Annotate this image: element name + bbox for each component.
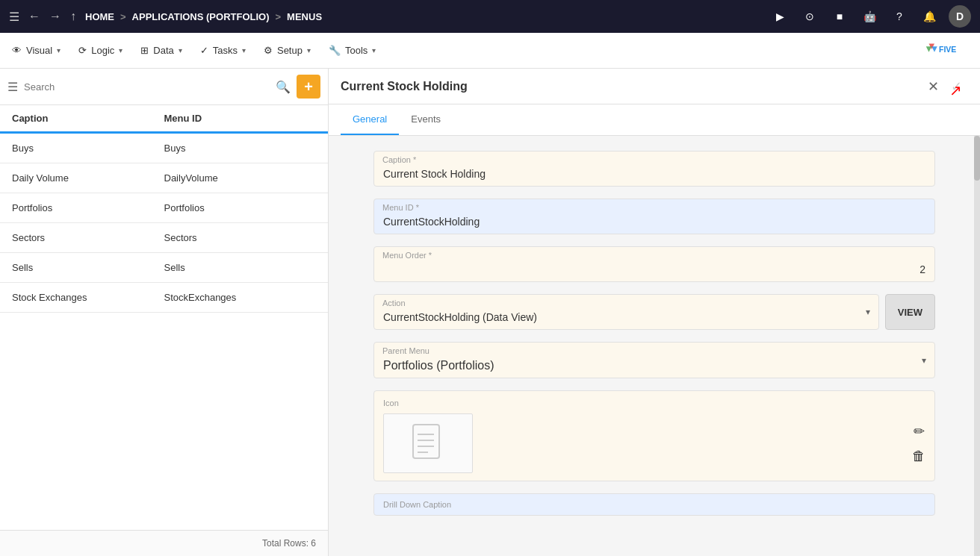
visual-label: Visual (26, 45, 52, 56)
setup-arrow: ▾ (307, 46, 311, 54)
caption-field: Caption * (373, 151, 935, 187)
data-label: Data (153, 45, 173, 56)
table-row[interactable]: Daily Volume DailyVolume (0, 163, 328, 193)
robot-icon[interactable]: 🤖 (859, 6, 880, 27)
menuorder-label: Menu Order * (382, 251, 432, 260)
row-caption: Daily Volume (12, 172, 164, 184)
topbar: ☰ ← → ↑ HOME > APPLICATIONS (PORTFOLIO) … (0, 0, 980, 33)
document-icon (406, 421, 450, 466)
stop-icon[interactable]: ■ (829, 6, 850, 27)
nav-setup[interactable]: ⚙ Setup ▾ (264, 42, 311, 59)
svg-text:FIVE: FIVE (939, 44, 956, 53)
table-header: Caption Menu ID (0, 105, 328, 134)
row-menuid: Sells (164, 262, 317, 273)
data-icon: ⊞ (140, 45, 149, 56)
row-menuid: Portfolios (164, 202, 317, 213)
sep1: > (120, 11, 126, 22)
up-icon[interactable]: ↑ (70, 10, 76, 23)
search-icon[interactable]: 🔍 (276, 80, 291, 94)
menuorder-input[interactable] (373, 246, 935, 282)
icon-field: Icon ✏ 🗑 (373, 390, 935, 481)
search-topbar-icon[interactable]: ⊙ (799, 6, 820, 27)
tools-icon: 🔧 (329, 45, 341, 56)
svg-rect-4 (413, 425, 439, 458)
avatar[interactable]: D (949, 5, 971, 28)
menu-icon[interactable]: ☰ (9, 10, 19, 24)
tab-events[interactable]: Events (399, 104, 453, 135)
column-caption: Caption (12, 113, 164, 124)
action-row: Action CurrentStockHolding (Data View) ▾… (373, 294, 935, 330)
nav-tools[interactable]: 🔧 Tools ▾ (329, 42, 376, 59)
app-label[interactable]: APPLICATIONS (PORTFOLIO) (132, 11, 270, 22)
menuid-input[interactable] (373, 199, 935, 234)
delete-icon-button[interactable]: 🗑 (912, 449, 925, 464)
icon-label: Icon (383, 399, 925, 407)
save-arrow-indicator: ↗ (949, 81, 962, 99)
row-menuid: DailyVolume (164, 172, 317, 184)
logic-arrow: ▾ (119, 46, 122, 54)
visual-icon: 👁 (12, 45, 22, 56)
search-input[interactable] (24, 81, 270, 93)
icon-preview (383, 413, 473, 473)
total-rows: Total Rows: 6 (262, 538, 316, 549)
tab-general[interactable]: General (341, 104, 399, 135)
play-icon[interactable]: ▶ (769, 6, 790, 27)
search-bar: ☰ 🔍 + (0, 69, 328, 105)
action-label: Action (382, 299, 406, 307)
tools-arrow: ▾ (372, 46, 376, 54)
panel-header: Current Stock Holding ✕ ✓ ↗ (329, 69, 980, 104)
svg-marker-1 (926, 46, 932, 52)
menuorder-field: Menu Order * (373, 246, 935, 282)
row-caption: Buys (12, 143, 164, 154)
nav-logic[interactable]: ⟳ Logic ▾ (78, 42, 122, 59)
sep2: > (276, 11, 282, 22)
logic-icon: ⟳ (78, 45, 87, 56)
add-button[interactable]: + (297, 75, 320, 99)
filter-icon: ☰ (7, 80, 18, 94)
table-row[interactable]: Sells Sells (0, 253, 328, 283)
caption-label: Caption * (382, 155, 416, 164)
row-caption: Sells (12, 262, 164, 273)
menu-label[interactable]: MENUS (287, 11, 322, 22)
table-row[interactable]: Sectors Sectors (0, 223, 328, 253)
tabs: General Events (329, 104, 980, 136)
table-row[interactable]: Portfolios Portfolios (0, 193, 328, 223)
action-dropdown-wrapper: Action CurrentStockHolding (Data View) ▾ (373, 294, 879, 330)
view-button[interactable]: VIEW (885, 294, 935, 330)
edit-icon-button[interactable]: ✏ (912, 423, 925, 440)
column-menuid: Menu ID (164, 113, 317, 124)
setup-label: Setup (277, 45, 303, 56)
action-select[interactable]: CurrentStockHolding (Data View) (373, 294, 879, 330)
help-icon[interactable]: ? (889, 6, 910, 27)
tasks-icon: ✓ (200, 45, 208, 56)
form-content: Caption * Menu ID * Menu Order * Action … (329, 136, 980, 556)
caption-input[interactable] (373, 151, 935, 187)
tools-label: Tools (345, 45, 368, 56)
scrollbar-thumb[interactable] (974, 136, 980, 181)
svg-marker-2 (931, 46, 937, 52)
data-arrow: ▾ (179, 46, 182, 54)
row-caption: Stock Exchanges (12, 292, 164, 303)
breadcrumb: HOME > APPLICATIONS (PORTFOLIO) > MENUS (85, 11, 322, 22)
tasks-label: Tasks (213, 45, 238, 56)
left-panel: ☰ 🔍 + Caption Menu ID Buys Buys Daily Vo… (0, 69, 329, 556)
logic-label: Logic (91, 45, 114, 56)
home-label[interactable]: HOME (85, 11, 114, 22)
setup-icon: ⚙ (264, 45, 273, 56)
parentmenu-select[interactable]: Portfolios (Portfolios) (373, 342, 935, 378)
parentmenu-field: Parent Menu Portfolios (Portfolios) ▾ (373, 342, 935, 378)
bell-icon[interactable]: 🔔 (919, 6, 940, 27)
nav-tasks[interactable]: ✓ Tasks ▾ (200, 42, 246, 59)
close-button[interactable]: ✕ (922, 75, 945, 98)
parentmenu-label: Parent Menu (382, 346, 429, 355)
row-menuid: StockExchanges (164, 292, 317, 303)
forward-icon[interactable]: → (49, 10, 61, 23)
nav-visual[interactable]: 👁 Visual ▾ (12, 42, 61, 59)
table-row[interactable]: Buys Buys (0, 134, 328, 163)
scrollbar-track[interactable] (974, 136, 980, 556)
nav-data[interactable]: ⊞ Data ▾ (140, 42, 182, 59)
table-row[interactable]: Stock Exchanges StockExchanges (0, 283, 328, 313)
panel-title: Current Stock Holding (341, 80, 922, 93)
back-icon[interactable]: ← (28, 10, 40, 23)
row-menuid: Buys (164, 143, 317, 154)
